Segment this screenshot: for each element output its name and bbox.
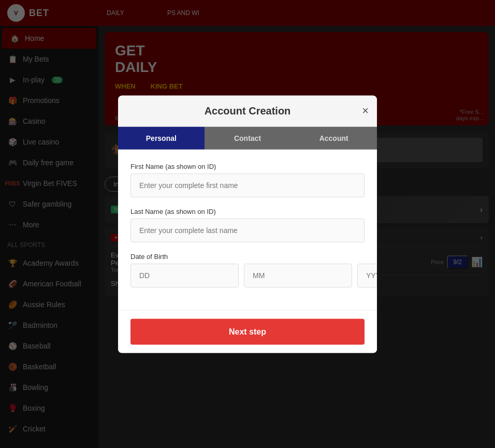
dob-mm-field[interactable] <box>244 263 352 287</box>
first-name-label: First Name (as shown on ID) <box>130 162 365 170</box>
account-creation-modal: Account Creation × Personal Contact Acco… <box>118 95 377 353</box>
dob-dd-field[interactable] <box>130 263 239 287</box>
modal-body: First Name (as shown on ID) Last Name (a… <box>118 150 377 310</box>
modal-tabs: Personal Contact Account <box>118 126 377 150</box>
dob-label: Date of Birth <box>130 252 365 260</box>
last-name-field[interactable] <box>130 218 365 242</box>
dob-yyyy-field[interactable] <box>357 263 377 287</box>
modal-footer: Next step <box>118 310 377 353</box>
tab-personal[interactable]: Personal <box>118 126 205 149</box>
tab-account[interactable]: Account <box>290 126 377 149</box>
modal-title: Account Creation <box>205 105 291 116</box>
next-step-button[interactable]: Next step <box>130 319 365 344</box>
tab-contact[interactable]: Contact <box>205 126 291 149</box>
first-name-field[interactable] <box>130 173 365 197</box>
last-name-group: Last Name (as shown on ID) <box>130 207 365 242</box>
last-name-label: Last Name (as shown on ID) <box>130 207 365 215</box>
first-name-group: First Name (as shown on ID) <box>130 162 365 197</box>
modal-header: Account Creation × <box>118 95 377 126</box>
dob-group: Date of Birth <box>130 252 365 287</box>
dob-row <box>130 263 365 287</box>
modal-close-button[interactable]: × <box>362 104 369 118</box>
